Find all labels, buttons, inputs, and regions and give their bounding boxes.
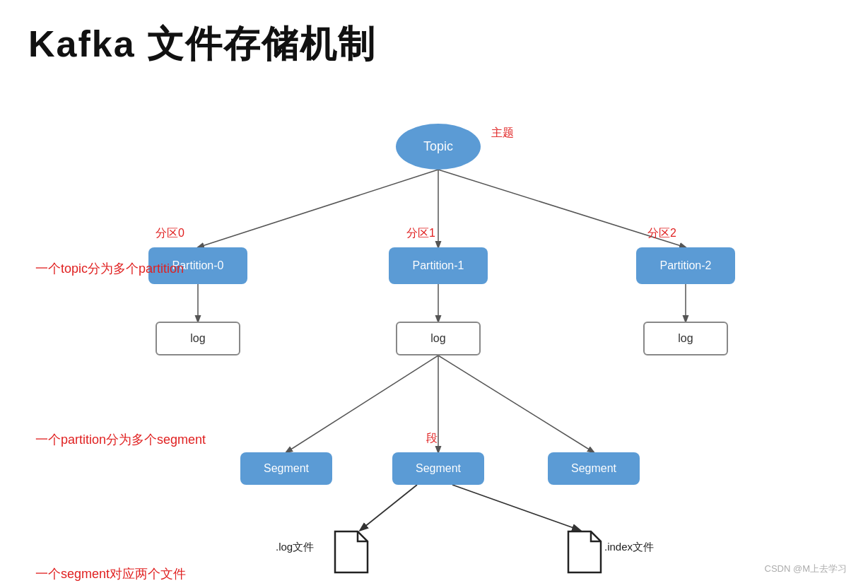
svg-line-6 bbox=[286, 355, 438, 452]
segment-2-node: Segment bbox=[548, 452, 640, 485]
segment-1-node: Segment bbox=[392, 452, 484, 485]
segment-0-node: Segment bbox=[240, 452, 332, 485]
index-file-icon bbox=[565, 530, 602, 574]
partition-1-zh-label: 分区1 bbox=[406, 226, 435, 241]
page-title: Kafka 文件存储机制 bbox=[28, 20, 376, 69]
log-1-node: log bbox=[396, 322, 481, 355]
annotation-topic: 一个topic分为多个partition bbox=[35, 260, 184, 277]
annotation-segment: 一个segment对应两个文件 bbox=[35, 565, 186, 582]
index-file-label: .index文件 bbox=[604, 541, 654, 554]
topic-zh-label: 主题 bbox=[491, 126, 514, 141]
annotation-partition: 一个partition分为多个segment bbox=[35, 431, 206, 448]
svg-line-8 bbox=[438, 355, 594, 452]
log-file-label: .log文件 bbox=[276, 541, 314, 554]
svg-line-0 bbox=[198, 170, 438, 247]
svg-line-9 bbox=[360, 485, 417, 530]
log-file-icon bbox=[332, 530, 369, 574]
segment-zh-label: 段 bbox=[426, 431, 438, 446]
partition-2-zh-label: 分区2 bbox=[647, 226, 676, 241]
log-2-node: log bbox=[643, 322, 728, 355]
diagram: Topic 主题 Partition-0 分区0 Partition-1 分区1… bbox=[0, 85, 868, 580]
partition-2-node: Partition-2 bbox=[636, 247, 735, 284]
log-0-node: log bbox=[156, 322, 240, 355]
watermark: CSDN @M上去学习 bbox=[765, 563, 847, 575]
partition-1-node: Partition-1 bbox=[389, 247, 488, 284]
svg-line-10 bbox=[452, 485, 580, 530]
partition-0-zh-label: 分区0 bbox=[156, 226, 184, 241]
topic-node: Topic bbox=[396, 124, 481, 170]
